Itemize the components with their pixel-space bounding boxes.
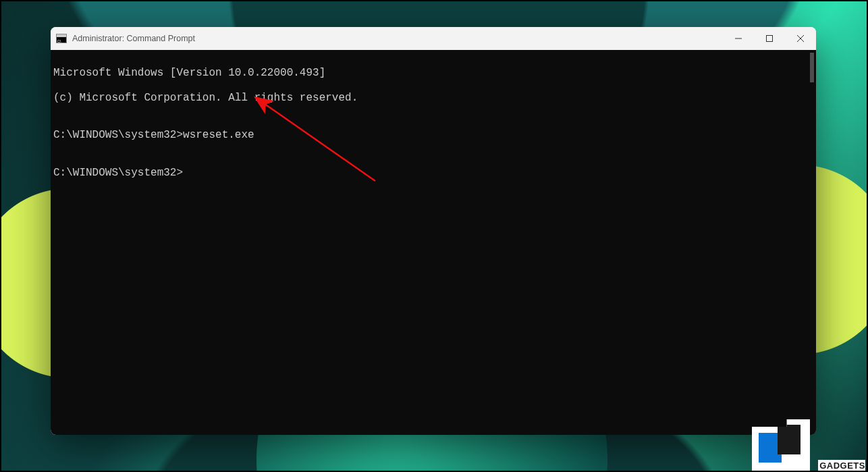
- watermark-text: GADGETS: [818, 460, 865, 471]
- console-prompt-line: C:\WINDOWS\system32>wsreset.exe: [53, 129, 815, 142]
- console-output[interactable]: Microsoft Windows [Version 10.0.22000.49…: [51, 50, 816, 435]
- console-prompt-line: C:\WINDOWS\system32>: [53, 167, 815, 180]
- close-icon: [797, 35, 804, 42]
- prompt-path: C:\WINDOWS\system32>: [53, 167, 183, 179]
- entered-command: wsreset.exe: [183, 129, 254, 141]
- scrollbar-thumb[interactable]: [810, 53, 814, 82]
- console-line: Microsoft Windows [Version 10.0.22000.49…: [53, 67, 815, 80]
- maximize-icon: [766, 35, 773, 42]
- close-button[interactable]: [785, 27, 816, 50]
- svg-rect-0: [767, 36, 773, 42]
- scrollbar-track[interactable]: [805, 50, 816, 435]
- minimize-icon: [735, 35, 742, 42]
- titlebar[interactable]: Administrator: Command Prompt: [51, 27, 816, 50]
- window-controls: [723, 27, 816, 50]
- watermark-logo: [752, 419, 810, 472]
- maximize-button[interactable]: [754, 27, 785, 50]
- minimize-button[interactable]: [723, 27, 754, 50]
- prompt-path: C:\WINDOWS\system32>: [53, 129, 183, 141]
- console-line: (c) Microsoft Corporation. All rights re…: [53, 92, 815, 105]
- watermark: GADGETS: [752, 410, 868, 472]
- command-prompt-window: Administrator: Command Prompt Microsoft …: [51, 27, 816, 435]
- window-title: Administrator: Command Prompt: [72, 34, 195, 43]
- cmd-icon: [56, 34, 67, 43]
